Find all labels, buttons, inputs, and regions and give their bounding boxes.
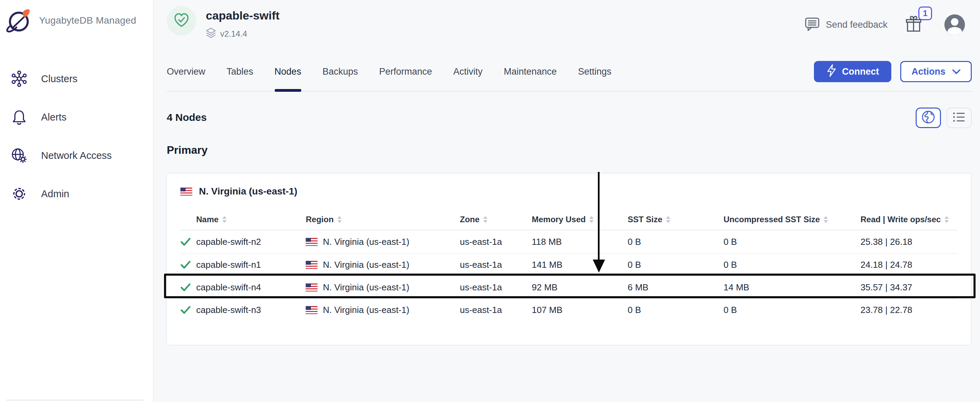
cluster-header: capable-swift v2.14.4 [167,6,279,40]
app-root: YugabyteDB Managed ClustersAlertsNetwork… [0,0,980,402]
sort-icon [944,216,949,223]
nodes-table-body: capable-swift-n2N. Virginia (us-east-1)u… [180,230,958,321]
table-row-capable-swift-n2[interactable]: capable-swift-n2N. Virginia (us-east-1)u… [180,230,958,253]
actions-button[interactable]: Actions [900,61,972,82]
node-status-check-icon [180,237,196,246]
us-flag-icon [306,238,317,246]
tab-nodes[interactable]: Nodes [275,52,301,91]
avatar-body [947,27,962,35]
list-view-toggle[interactable] [947,108,972,128]
table-row-capable-swift-n1[interactable]: capable-swift-n1N. Virginia (us-east-1)u… [180,253,958,276]
tab-tables[interactable]: Tables [227,52,253,91]
node-region-label: N. Virginia (us-east-1) [323,282,409,293]
sidebar-item-alerts[interactable]: Alerts [0,98,153,136]
node-zone: us-east-1a [460,305,532,315]
heart-check-icon [173,13,189,29]
sidebar-bottom-divider [6,400,143,400]
nodes-table-header: NameRegionZoneMemory UsedSST SizeUncompr… [180,209,958,230]
region-header: N. Virginia (us-east-1) [180,173,958,209]
primary-group-title: Primary [167,144,207,156]
node-name: capable-swift-n3 [196,305,306,315]
tab-performance[interactable]: Performance [379,52,432,91]
bell-icon [10,109,28,126]
annotation-arrow-head-icon [593,259,605,273]
node-read-write-ops: 24.18 | 24.78 [861,259,958,270]
column-label: Uncompressed SST Size [724,215,820,224]
column-header-region[interactable]: Region [306,215,460,224]
region-nodes-card: N. Virginia (us-east-1) NameRegionZoneMe… [166,173,972,345]
send-feedback-label: Send feedback [826,19,888,30]
sort-icon [589,216,594,223]
sort-icon [666,216,671,223]
node-uncompressed-sst-size: 0 B [724,237,861,247]
node-status-check-icon [180,283,196,292]
table-row-capable-swift-n4[interactable]: capable-swift-n4N. Virginia (us-east-1)u… [180,276,958,298]
feedback-bubble-icon [805,16,820,33]
cluster-action-buttons: Connect Actions [814,61,972,82]
column-header-zone[interactable]: Zone [460,215,532,224]
header-actions: Send feedback 1 [805,14,965,35]
tab-overview[interactable]: Overview [167,52,205,91]
send-feedback-button[interactable]: Send feedback [805,16,888,33]
node-region: N. Virginia (us-east-1) [306,259,460,270]
sidebar-item-admin[interactable]: Admin [0,175,153,213]
user-avatar[interactable] [944,14,965,35]
gift-badge: 1 [918,6,932,20]
column-label: Memory Used [532,215,585,224]
tab-maintenance[interactable]: Maintenance [504,52,557,91]
gift-icon [905,28,922,33]
sort-icon [483,216,488,223]
node-sst-size: 0 B [628,237,724,247]
column-header-memory-used[interactable]: Memory Used [532,215,628,224]
sidebar: YugabyteDB Managed ClustersAlertsNetwork… [0,0,154,402]
list-icon [952,111,966,125]
node-zone: us-east-1a [460,259,532,270]
node-read-write-ops: 35.57 | 34.37 [861,282,958,293]
actions-label: Actions [912,67,945,77]
column-label: Name [196,215,218,224]
node-zone: us-east-1a [460,237,532,247]
connect-button[interactable]: Connect [814,61,891,82]
sidebar-item-network-access[interactable]: Network Access [0,136,153,175]
us-flag-icon [180,187,192,195]
connect-label: Connect [842,67,879,77]
brand-name: YugabyteDB Managed [39,15,136,26]
node-region-label: N. Virginia (us-east-1) [323,305,409,315]
sort-icon [337,216,342,223]
column-label: Region [306,215,334,224]
tab-activity[interactable]: Activity [453,52,483,91]
column-header-sst-size[interactable]: SST Size [628,215,724,224]
node-uncompressed-sst-size: 0 B [724,305,861,315]
nodes-count-title: 4 Nodes [167,112,207,123]
node-uncompressed-sst-size: 0 B [724,259,861,270]
node-region-label: N. Virginia (us-east-1) [323,237,409,247]
node-read-write-ops: 25.38 | 26.18 [861,237,958,247]
us-flag-icon [306,306,317,314]
column-label: SST Size [628,215,662,224]
node-memory-used: 118 MB [532,237,628,247]
sidebar-item-clusters[interactable]: Clusters [0,60,153,98]
sidebar-item-label: Alerts [41,112,67,123]
node-read-write-ops: 23.78 | 22.78 [861,305,958,315]
node-status-check-icon [180,305,196,315]
column-header-name[interactable]: Name [196,215,306,224]
column-header-read-write-ops-sec[interactable]: Read | Write ops/sec [861,215,958,224]
node-sst-size: 6 MB [628,282,724,293]
brand[interactable]: YugabyteDB Managed [0,0,153,34]
sort-icon [823,216,828,223]
column-header-uncompressed-sst-size[interactable]: Uncompressed SST Size [724,215,861,224]
sidebar-item-label: Admin [41,188,69,200]
promotions-button[interactable]: 1 [905,16,922,34]
node-name: capable-swift-n2 [196,237,306,247]
tab-settings[interactable]: Settings [578,52,612,91]
clusters-icon [10,70,28,87]
tab-backups[interactable]: Backups [323,52,358,91]
avatar-head [951,18,958,26]
table-row-capable-swift-n3[interactable]: capable-swift-n3N. Virginia (us-east-1)u… [180,298,958,321]
column-label: Zone [460,215,479,224]
cluster-health-badge [167,6,196,36]
us-flag-icon [306,261,317,269]
map-view-toggle[interactable] [916,108,941,128]
chevron-down-icon [952,67,961,77]
region-title: N. Virginia (us-east-1) [199,186,297,197]
